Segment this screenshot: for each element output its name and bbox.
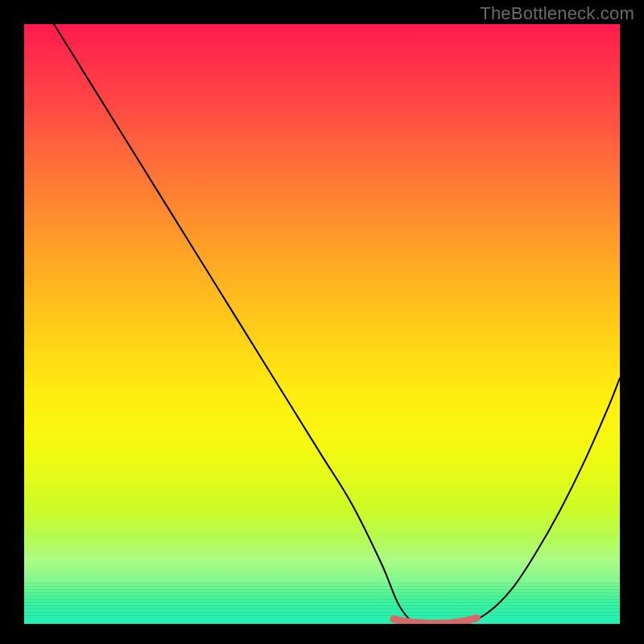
watermark-text: TheBottleneck.com: [480, 3, 634, 24]
plot-area: [24, 24, 620, 624]
optimal-band: [394, 618, 477, 624]
bottleneck-curve: [54, 24, 620, 624]
curve-layer: [24, 24, 620, 624]
chart-frame: TheBottleneck.com: [0, 0, 644, 644]
